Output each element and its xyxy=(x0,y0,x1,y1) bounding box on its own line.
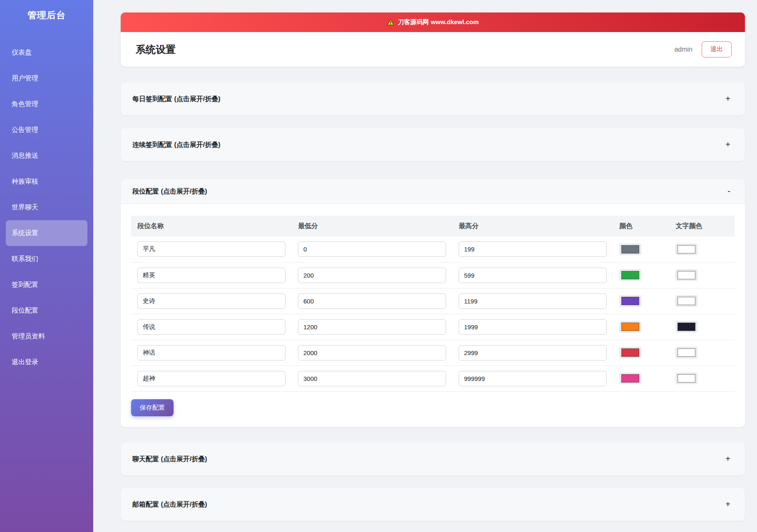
sidebar: 管理后台 仪表盘用户管理角色管理公告管理消息推送种族审核世界聊天系统设置联系我们… xyxy=(0,0,93,532)
rank-table-row xyxy=(131,262,735,288)
warning-icon xyxy=(387,19,394,25)
section-rank-config-header[interactable]: 段位配置 (点击展开/折叠) - xyxy=(121,179,745,204)
section-chat-config-header[interactable]: 聊天配置 (点击展开/折叠) + xyxy=(121,443,745,475)
color-chip xyxy=(621,323,639,331)
max-score-input[interactable] xyxy=(459,268,607,283)
sidebar-item-12[interactable]: 退出登录 xyxy=(6,349,87,375)
text-color-picker[interactable] xyxy=(675,321,697,333)
color-chip xyxy=(621,348,639,357)
sidebar-nav: 仪表盘用户管理角色管理公告管理消息推送种族审核世界聊天系统设置联系我们签到配置段… xyxy=(0,40,93,375)
max-score-input[interactable] xyxy=(459,241,607,257)
section-rank-config: 段位配置 (点击展开/折叠) - 段位名称 最低分 最高分 颜色 文字颜色 xyxy=(121,179,745,427)
color-chip xyxy=(678,245,695,254)
sidebar-item-1[interactable]: 用户管理 xyxy=(6,65,87,91)
sidebar-item-7[interactable]: 系统设置 xyxy=(6,220,87,246)
color-chip xyxy=(678,297,695,305)
collapse-icon[interactable]: - xyxy=(727,186,730,197)
rank-table-row xyxy=(131,314,735,340)
sidebar-item-0[interactable]: 仪表盘 xyxy=(6,40,87,65)
col-header-text-color: 文字颜色 xyxy=(669,216,735,236)
expand-icon[interactable]: + xyxy=(725,453,730,465)
text-color-picker[interactable] xyxy=(675,347,697,358)
rank-color-picker[interactable] xyxy=(619,347,641,358)
section-streak-signin-header[interactable]: 连续签到配置 (点击展开/折叠) + xyxy=(121,128,745,161)
page-header: 系统设置 admin 退出 xyxy=(121,32,745,67)
expand-icon[interactable]: + xyxy=(725,139,730,150)
header-card: 刀客源码网 www.dkewl.com 系统设置 admin 退出 xyxy=(121,12,745,67)
section-streak-signin: 连续签到配置 (点击展开/折叠) + xyxy=(121,128,745,161)
min-score-input[interactable] xyxy=(298,345,446,360)
section-title: 每日签到配置 (点击展开/折叠) xyxy=(132,93,221,104)
max-score-input[interactable] xyxy=(459,293,607,309)
sidebar-item-9[interactable]: 签到配置 xyxy=(6,272,87,298)
banner-text: 刀客源码网 www.dkewl.com xyxy=(398,18,479,26)
sidebar-item-10[interactable]: 段位配置 xyxy=(6,298,87,323)
section-title: 连续签到配置 (点击展开/折叠) xyxy=(132,139,221,150)
section-daily-signin-header[interactable]: 每日签到配置 (点击展开/折叠) + xyxy=(121,82,745,115)
color-chip xyxy=(621,374,639,383)
sidebar-item-5[interactable]: 种族审核 xyxy=(6,169,87,194)
color-chip xyxy=(678,374,695,383)
text-color-picker[interactable] xyxy=(675,295,697,307)
rank-table-row xyxy=(131,236,735,262)
section-title: 聊天配置 (点击展开/折叠) xyxy=(132,453,207,465)
color-chip xyxy=(678,323,695,331)
notice-banner: 刀客源码网 www.dkewl.com xyxy=(121,12,745,32)
rank-config-body: 段位名称 最低分 最高分 颜色 文字颜色 xyxy=(121,204,745,427)
min-score-input[interactable] xyxy=(298,293,446,309)
logout-button[interactable]: 退出 xyxy=(702,41,732,57)
color-chip xyxy=(678,271,695,279)
rank-color-picker[interactable] xyxy=(619,269,641,281)
color-chip xyxy=(621,245,639,254)
username-label: admin xyxy=(674,46,692,53)
rank-table-header-row: 段位名称 最低分 最高分 颜色 文字颜色 xyxy=(131,216,735,236)
color-chip xyxy=(621,271,639,279)
section-title: 段位配置 (点击展开/折叠) xyxy=(132,186,207,197)
page-title: 系统设置 xyxy=(136,43,176,56)
section-chat-config: 聊天配置 (点击展开/折叠) + xyxy=(121,443,745,475)
expand-icon[interactable]: + xyxy=(725,499,730,510)
rank-color-picker[interactable] xyxy=(619,295,641,307)
expand-icon[interactable]: + xyxy=(725,93,730,104)
color-chip xyxy=(621,297,639,305)
min-score-input[interactable] xyxy=(298,268,446,283)
rank-color-picker[interactable] xyxy=(619,373,641,384)
sidebar-item-11[interactable]: 管理员资料 xyxy=(6,323,87,349)
app-title: 管理后台 xyxy=(0,0,93,22)
col-header-rank-name: 段位名称 xyxy=(131,216,292,236)
color-chip xyxy=(678,348,695,357)
sidebar-item-4[interactable]: 消息推送 xyxy=(6,143,87,169)
min-score-input[interactable] xyxy=(298,371,446,386)
rank-table: 段位名称 最低分 最高分 颜色 文字颜色 xyxy=(131,216,735,392)
max-score-input[interactable] xyxy=(459,345,607,360)
sidebar-item-2[interactable]: 角色管理 xyxy=(6,91,87,117)
rank-name-input[interactable] xyxy=(137,268,285,283)
rank-name-input[interactable] xyxy=(137,319,285,335)
col-header-min-score: 最低分 xyxy=(292,216,452,236)
col-header-max-score: 最高分 xyxy=(452,216,613,236)
max-score-input[interactable] xyxy=(459,319,607,335)
header-right: admin 退出 xyxy=(674,41,732,57)
text-color-picker[interactable] xyxy=(675,269,697,281)
text-color-picker[interactable] xyxy=(675,244,697,255)
sidebar-item-8[interactable]: 联系我们 xyxy=(6,246,87,272)
min-score-input[interactable] xyxy=(298,241,446,257)
rank-name-input[interactable] xyxy=(137,293,285,309)
rank-table-row xyxy=(131,365,735,391)
text-color-picker[interactable] xyxy=(675,373,697,384)
rank-color-picker[interactable] xyxy=(619,244,641,255)
save-config-button[interactable]: 保存配置 xyxy=(131,399,174,416)
min-score-input[interactable] xyxy=(298,319,446,335)
rank-name-input[interactable] xyxy=(137,241,285,257)
rank-name-input[interactable] xyxy=(137,371,285,386)
rank-color-picker[interactable] xyxy=(619,321,641,333)
sidebar-item-6[interactable]: 世界聊天 xyxy=(6,194,87,220)
sidebar-item-3[interactable]: 公告管理 xyxy=(6,117,87,143)
rank-table-row xyxy=(131,340,735,365)
rank-name-input[interactable] xyxy=(137,345,285,360)
section-mail-config-header[interactable]: 邮箱配置 (点击展开/折叠) + xyxy=(121,488,745,521)
col-header-color: 颜色 xyxy=(613,216,669,236)
section-daily-signin: 每日签到配置 (点击展开/折叠) + xyxy=(121,82,745,115)
max-score-input[interactable] xyxy=(459,371,607,386)
rank-table-row xyxy=(131,288,735,314)
